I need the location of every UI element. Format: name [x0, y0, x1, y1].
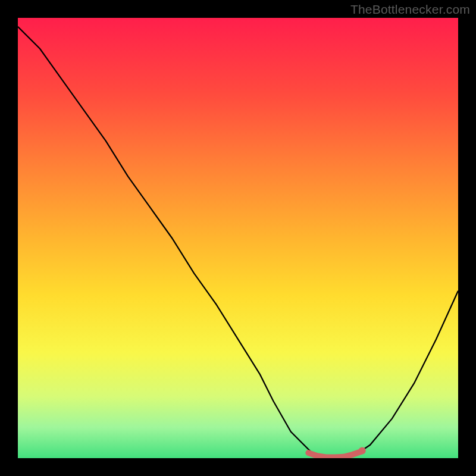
plot-background	[18, 18, 458, 458]
optimal-marker	[359, 447, 366, 454]
watermark-label: TheBottlenecker.com	[350, 2, 470, 17]
chart-stage: TheBottlenecker.com	[0, 0, 476, 476]
bottleneck-chart	[0, 0, 476, 476]
